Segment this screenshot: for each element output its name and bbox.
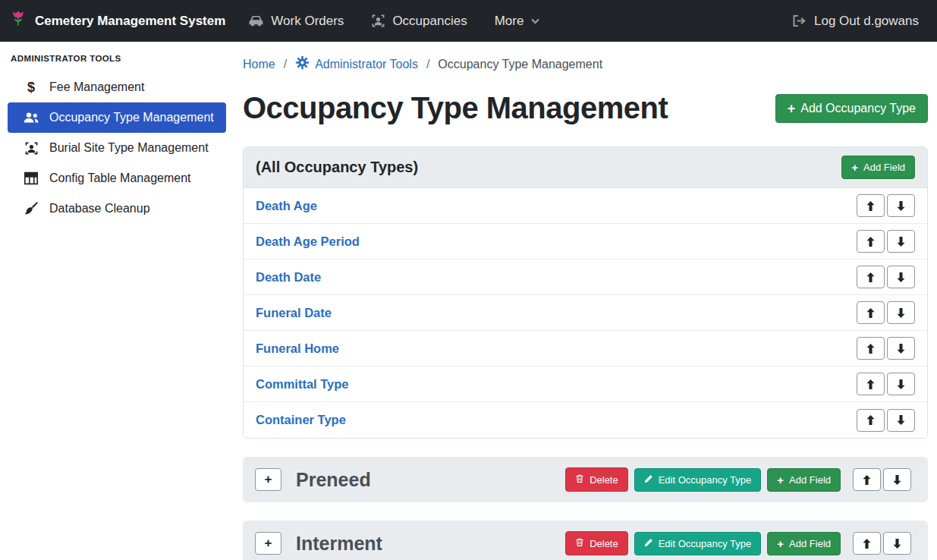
reorder-controls	[857, 194, 915, 217]
sidebar-item-config-table-management[interactable]: Config Table Management	[0, 163, 234, 193]
page-title: Occupancy Type Management	[243, 91, 668, 125]
tulip-logo-icon	[9, 9, 27, 33]
edit-occupancy-type-button[interactable]: Edit Occupancy Type	[634, 468, 762, 492]
breadcrumb-separator: /	[426, 58, 429, 71]
move-down-button[interactable]	[887, 194, 915, 217]
move-up-button[interactable]	[857, 230, 885, 253]
move-up-button[interactable]	[857, 301, 885, 324]
nav-more[interactable]: More	[495, 14, 541, 29]
move-up-button[interactable]	[857, 409, 885, 432]
move-up-button[interactable]	[857, 266, 885, 288]
reorder-controls	[857, 266, 915, 288]
nav-work-orders-label: Work Orders	[271, 14, 344, 29]
breadcrumb-admin-tools-label: Administrator Tools	[315, 58, 418, 71]
pencil-icon	[644, 474, 653, 486]
main-content: Home / Administrator Tool	[234, 42, 937, 560]
move-up-button[interactable]	[857, 194, 885, 217]
delete-button[interactable]: Delete	[565, 531, 628, 555]
expand-button[interactable]: +	[255, 532, 281, 555]
dollar-icon: $	[23, 80, 39, 96]
field-link-committal-type[interactable]: Committal Type	[256, 377, 349, 392]
sidebar-item-database-cleanup[interactable]: Database Cleanup	[0, 193, 234, 224]
add-occupancy-type-button[interactable]: + Add Occupancy Type	[775, 94, 928, 123]
person-frame-icon	[371, 14, 385, 28]
reorder-controls	[857, 230, 915, 253]
expand-button[interactable]: +	[255, 468, 281, 491]
reorder-controls	[853, 468, 911, 491]
nav-links: Work Orders Occupancies More	[248, 14, 540, 29]
plus-icon: +	[788, 102, 796, 115]
move-up-button[interactable]	[857, 337, 885, 360]
logout-icon	[792, 14, 807, 27]
card-header: (All Occupancy Types) + Add Field	[244, 147, 927, 188]
edit-occupancy-type-button[interactable]: Edit Occupancy Type	[634, 532, 762, 555]
move-down-button[interactable]	[887, 409, 915, 432]
breadcrumb-admin-tools[interactable]: Administrator Tools	[295, 55, 418, 73]
move-up-button[interactable]	[853, 468, 881, 491]
reorder-controls	[857, 409, 915, 432]
sidebar-item-label: Burial Site Type Management	[49, 141, 209, 155]
add-field-button[interactable]: + Add Field	[841, 156, 915, 179]
nav-work-orders[interactable]: Work Orders	[248, 14, 344, 29]
trash-icon	[575, 473, 584, 486]
field-row: Container Type	[244, 402, 927, 438]
delete-button[interactable]: Delete	[565, 467, 628, 492]
move-down-button[interactable]	[887, 230, 915, 253]
sidebar-item-label: Fee Management	[49, 80, 144, 94]
field-row: Funeral Date	[244, 295, 927, 331]
move-down-button[interactable]	[883, 468, 911, 491]
page-header: Occupancy Type Management + Add Occupanc…	[243, 91, 928, 125]
table-icon	[23, 171, 39, 185]
reorder-controls	[857, 301, 915, 324]
field-row: Committal Type	[244, 367, 927, 402]
brand[interactable]: Cemetery Management System	[9, 9, 225, 33]
section-title: Preneed	[296, 469, 371, 491]
logout-button[interactable]: Log Out d.gowans	[792, 14, 919, 29]
breadcrumb-home[interactable]: Home	[243, 58, 275, 71]
move-down-button[interactable]	[883, 532, 911, 555]
broom-icon	[23, 201, 39, 216]
field-row: Death Date	[244, 260, 927, 295]
section-preneed: + Preneed Delete Edit Occupancy Type + A…	[243, 457, 928, 502]
section-interment: + Interment Delete Edit Occupancy Type +…	[243, 521, 928, 560]
sidebar-item-fee-management[interactable]: $ Fee Management	[0, 72, 234, 102]
plus-icon: +	[777, 474, 784, 486]
field-link-funeral-date[interactable]: Funeral Date	[256, 306, 332, 320]
sidebar-item-label: Config Table Management	[49, 171, 191, 185]
users-icon	[23, 111, 39, 124]
reorder-controls	[853, 532, 911, 555]
section-actions: Delete Edit Occupancy Type + Add Field	[565, 467, 916, 492]
field-link-funeral-home[interactable]: Funeral Home	[256, 341, 339, 356]
field-link-death-date[interactable]: Death Date	[256, 270, 321, 285]
field-link-death-age-period[interactable]: Death Age Period	[256, 234, 360, 249]
move-down-button[interactable]	[887, 337, 915, 360]
move-down-button[interactable]	[887, 266, 915, 288]
trash-icon	[575, 537, 584, 549]
sidebar-item-label: Occupancy Type Management	[49, 111, 214, 124]
move-up-button[interactable]	[853, 532, 881, 555]
move-down-button[interactable]	[887, 301, 915, 324]
reorder-controls	[857, 337, 915, 360]
car-icon	[248, 14, 264, 27]
move-up-button[interactable]	[857, 373, 885, 395]
reorder-controls	[857, 373, 915, 395]
nav-more-label: More	[495, 14, 524, 29]
add-field-button[interactable]: + Add Field	[767, 468, 841, 492]
all-occupancy-types-card: (All Occupancy Types) + Add Field Death …	[243, 146, 928, 439]
sidebar-item-burial-site-type-management[interactable]: Burial Site Type Management	[0, 133, 234, 163]
gear-icon	[295, 55, 310, 73]
move-down-button[interactable]	[887, 373, 915, 395]
field-row: Death Age	[244, 188, 927, 224]
top-navbar: Cemetery Management System Work Orders O…	[0, 0, 937, 42]
breadcrumb: Home / Administrator Tool	[243, 55, 928, 73]
sidebar-item-occupancy-type-management[interactable]: Occupancy Type Management	[8, 102, 226, 133]
nav-occupancies[interactable]: Occupancies	[371, 14, 467, 29]
field-link-container-type[interactable]: Container Type	[256, 413, 346, 427]
field-link-death-age[interactable]: Death Age	[256, 199, 317, 213]
person-frame-icon	[23, 141, 39, 156]
breadcrumb-current: Occupancy Type Management	[438, 58, 602, 71]
plus-icon: +	[777, 538, 784, 549]
breadcrumb-separator: /	[284, 58, 287, 71]
field-row: Death Age Period	[244, 224, 927, 260]
add-field-button[interactable]: + Add Field	[767, 532, 841, 555]
